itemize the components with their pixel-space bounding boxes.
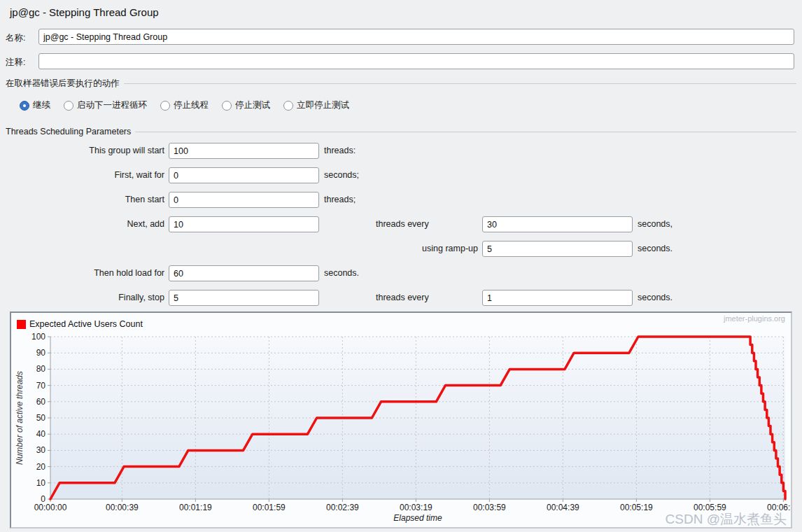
- y-tick-labels: 0102030405060708090100: [31, 332, 45, 504]
- svg-text:00:01:59: 00:01:59: [253, 503, 286, 512]
- radio-button-icon[interactable]: [222, 101, 232, 111]
- radio-label: 立即停止测试: [297, 99, 349, 111]
- chart-canvas: 010203040506070809010000:00:0000:00:3900…: [11, 313, 791, 527]
- first-wait-suffix: seconds;: [324, 170, 359, 180]
- then-start-input[interactable]: [169, 192, 319, 208]
- svg-text:00:04:39: 00:04:39: [547, 503, 579, 512]
- legend-label: Expected Active Users Count: [29, 319, 143, 329]
- svg-text:30: 30: [36, 445, 46, 455]
- finally-stop-label: Finally, stop: [0, 293, 164, 302]
- svg-text:50: 50: [36, 413, 46, 423]
- radio-stop-test-now[interactable]: 立即停止测试: [283, 99, 349, 111]
- stepping-thread-group-panel: jp@gc - Stepping Thread Group 名称: 注释: 在取…: [0, 0, 802, 532]
- svg-text:80: 80: [36, 364, 46, 374]
- threads-every-label: threads every: [376, 219, 429, 229]
- error-action-group-header: 在取样器错误后要执行的动作: [6, 78, 796, 90]
- radio-stop-test[interactable]: 停止测试: [222, 99, 270, 111]
- svg-text:00:05:19: 00:05:19: [620, 503, 653, 512]
- legend-color-swatch: [17, 320, 26, 329]
- first-wait-label: First, wait for: [0, 170, 164, 180]
- radio-button-icon[interactable]: [283, 101, 293, 111]
- radio-label: 停止测试: [235, 99, 270, 111]
- radio-continue[interactable]: 继续: [20, 99, 50, 111]
- svg-text:20: 20: [36, 462, 46, 472]
- csdn-watermark: CSDN @温水煮鱼头: [666, 512, 787, 526]
- jmeter-plugins-watermark: jmeter-plugins.org: [723, 314, 785, 323]
- name-label: 名称:: [6, 32, 25, 44]
- error-action-group-title: 在取样器错误后要执行的动作: [6, 78, 120, 90]
- then-start-label: Then start: [0, 195, 164, 204]
- hold-load-label: Then hold load for: [0, 268, 164, 278]
- radio-start-next-loop[interactable]: 启动下一进程循环: [64, 99, 147, 111]
- x-tick-labels: 00:00:0000:00:3900:01:1900:01:5900:02:39…: [34, 503, 791, 512]
- chart-legend: Expected Active Users Count: [17, 319, 143, 329]
- x-axis-title: Elapsed time: [393, 513, 442, 523]
- threads-every-suffix: seconds,: [638, 219, 673, 229]
- then-start-suffix: threads;: [324, 195, 356, 204]
- svg-text:00:01:19: 00:01:19: [179, 503, 212, 512]
- radio-button-icon[interactable]: [160, 101, 170, 111]
- svg-text:00:05:59: 00:05:59: [694, 503, 726, 512]
- hold-load-input[interactable]: [169, 265, 319, 281]
- svg-text:60: 60: [36, 397, 46, 407]
- group-divider: [124, 83, 797, 84]
- hold-load-suffix: seconds.: [324, 268, 359, 278]
- comment-input[interactable]: [38, 53, 794, 69]
- group-will-start-label: This group will start: [0, 146, 164, 155]
- svg-text:00:06:39: 00:06:39: [767, 503, 791, 512]
- name-input[interactable]: [38, 29, 794, 45]
- svg-text:100: 100: [31, 332, 45, 342]
- next-add-label: Next, add: [0, 219, 164, 229]
- stop-threads-every-label: threads every: [376, 293, 429, 302]
- finally-stop-input[interactable]: [169, 290, 319, 306]
- svg-text:00:02:39: 00:02:39: [326, 503, 359, 512]
- group-will-start-input[interactable]: [169, 143, 319, 159]
- error-action-radio-group: 继续 启动下一进程循环 停止线程 停止测试 立即停止测试: [20, 99, 349, 111]
- radio-label: 继续: [33, 99, 50, 111]
- group-will-start-suffix: threads:: [324, 146, 356, 155]
- radio-stop-thread[interactable]: 停止线程: [160, 99, 209, 111]
- radio-label: 启动下一进程循环: [77, 99, 147, 111]
- page-title: jp@gc - Stepping Thread Group: [10, 6, 159, 18]
- expected-users-chart: 010203040506070809010000:00:0000:00:3900…: [10, 312, 792, 528]
- group-divider: [135, 132, 796, 132]
- svg-text:00:03:19: 00:03:19: [400, 503, 432, 512]
- svg-text:40: 40: [36, 429, 46, 439]
- scheduling-group-header: Threads Scheduling Parameters: [6, 127, 796, 136]
- first-wait-input[interactable]: [169, 167, 319, 183]
- svg-text:90: 90: [36, 348, 46, 358]
- ramp-up-label: using ramp-up: [376, 244, 478, 253]
- radio-label: 停止线程: [174, 99, 209, 111]
- scheduling-group-title: Threads Scheduling Parameters: [6, 127, 131, 136]
- ramp-up-input[interactable]: [482, 241, 633, 257]
- comment-label: 注释:: [6, 57, 25, 69]
- y-axis-title: Number of active threads: [15, 371, 24, 465]
- svg-text:70: 70: [36, 381, 46, 391]
- svg-text:10: 10: [36, 478, 46, 488]
- ramp-up-suffix: seconds.: [638, 244, 673, 253]
- radio-button-icon[interactable]: [20, 101, 29, 111]
- next-add-input[interactable]: [169, 216, 319, 232]
- stop-threads-every-input[interactable]: [482, 290, 633, 306]
- svg-text:00:03:59: 00:03:59: [473, 503, 506, 512]
- stop-threads-every-suffix: seconds.: [638, 293, 673, 302]
- svg-text:00:00:00: 00:00:00: [34, 503, 67, 512]
- threads-every-input[interactable]: [482, 216, 633, 232]
- radio-button-icon[interactable]: [64, 101, 73, 111]
- svg-text:00:00:39: 00:00:39: [106, 503, 139, 512]
